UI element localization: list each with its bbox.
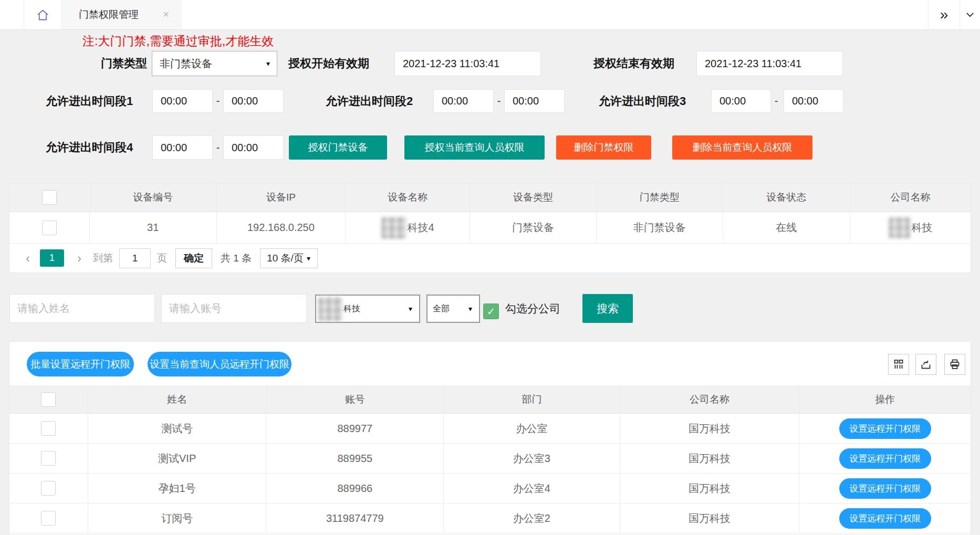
name-search-input[interactable] [9,294,155,323]
account-search-input[interactable] [161,294,307,323]
auth-start-input[interactable] [394,51,541,76]
cell-dept: 办公室4 [444,474,620,503]
tab-label: 门禁权限管理 [79,8,139,22]
redaction-blur [889,217,911,238]
col-device-type: 设备类型 [470,183,597,212]
total-count-label: 共 1 条 [221,251,252,265]
access-type-label: 门禁类型 [89,51,147,76]
col-device-name: 设备名称 [346,183,470,212]
select-all-checkbox[interactable] [42,190,57,205]
home-tab[interactable] [24,0,62,29]
col-access-type: 门禁类型 [597,183,723,212]
col-action: 操作 [799,385,971,413]
header-checkbox-cell [9,385,88,413]
header-checkbox-cell [9,183,90,212]
col-device-ip: 设备IP [217,183,346,212]
cell-dept: 办公室 [444,414,620,443]
company-name-visible: 科技 [912,221,933,235]
filter-columns-button[interactable] [888,354,909,375]
top-tab-bar: 门禁权限管理 × » [0,0,980,30]
cell-access-type: 非门禁设备 [597,212,723,243]
people-row: 孕妇1号 889966 办公室4 国万科技 设置远程开门权限 [9,474,971,503]
goto-page-input[interactable] [119,248,151,268]
cell-account: 3119874779 [266,503,444,533]
authorize-device-button[interactable]: 授权门禁设备 [289,135,387,160]
col-device-id: 设备编号 [90,183,217,212]
row-checkbox[interactable] [41,511,56,526]
period3-to-input[interactable] [784,89,843,113]
caret-down-icon: ▾ [266,59,270,68]
set-remote-open-button[interactable]: 设置远程开门权限 [839,508,931,529]
export-button[interactable] [915,354,936,375]
cell-device-status: 在线 [723,212,851,243]
scope-select[interactable]: 全部 ▾ [426,295,480,323]
print-button[interactable] [944,354,965,375]
period2-from-input[interactable] [433,89,494,113]
delete-current-person-button[interactable]: 删除当前查询人员权限 [672,135,812,160]
period4-from-input[interactable] [152,135,213,160]
range-dash: - [214,135,222,160]
period2-label: 允许进出时间段2 [326,89,413,113]
period4-label: 允许进出时间段4 [46,135,133,160]
cell-action: 设置远程开门权限 [799,474,971,503]
col-name: 姓名 [88,385,267,413]
period4-to-input[interactable] [223,135,284,160]
delete-access-permission-button[interactable]: 删除门禁权限 [556,135,651,160]
people-table-header-row: 姓名 账号 部门 公司名称 操作 [9,385,971,414]
branch-company-checkbox[interactable]: ✓ [483,303,499,319]
period2-to-input[interactable] [504,89,565,113]
tab-access-permission[interactable]: 门禁权限管理 × [62,0,181,29]
caret-down-icon: ▾ [468,305,472,313]
col-account: 账号 [266,385,444,413]
set-remote-open-button[interactable]: 设置远程开门权限 [839,448,931,469]
access-type-select[interactable]: 非门禁设备 ▾ [152,51,277,76]
period3-label: 允许进出时间段3 [599,89,686,113]
col-device-status: 设备状态 [723,183,851,212]
next-page-icon[interactable]: › [77,252,81,265]
chevron-down-icon [965,9,975,20]
goto-label: 到第 [93,251,113,265]
range-dash: - [495,89,503,113]
cell-company-name: 科技 [850,212,971,243]
cell-name: 测试号 [88,414,267,443]
cell-account: 889955 [266,444,444,473]
cell-account: 889966 [266,474,444,503]
row-checkbox-cell [9,474,88,503]
range-dash: - [214,89,222,113]
cell-dept: 办公室3 [444,444,620,473]
cell-action: 设置远程开门权限 [799,503,971,533]
set-remote-open-button[interactable]: 设置远程开门权限 [839,418,931,439]
search-button[interactable]: 搜索 [582,294,633,323]
select-all-checkbox[interactable] [41,392,56,407]
prev-page-icon[interactable]: ‹ [26,252,30,265]
row-checkbox[interactable] [41,481,56,496]
current-page-button[interactable]: 1 [40,249,64,267]
pagination: ‹ 1 › 到第 页 确定 共 1 条 10 条/页 ▾ [9,244,971,272]
auth-end-input[interactable] [696,51,843,76]
caret-down-icon: ▾ [409,305,412,313]
people-panel: 批量设置远程开门权限 设置当前查询人员远程开门权限 [9,341,971,535]
row-checkbox[interactable] [42,221,57,235]
device-table-panel: 设备编号 设备IP 设备名称 设备类型 门禁类型 设备状态 公司名称 31 19… [9,183,971,273]
set-remote-open-button[interactable]: 设置远程开门权限 [839,478,931,499]
period1-to-input[interactable] [223,89,284,113]
home-icon [36,8,50,22]
period1-from-input[interactable] [152,89,213,113]
batch-remote-open-button[interactable]: 批量设置远程开门权限 [27,352,134,376]
period3-from-input[interactable] [711,89,771,113]
device-name-visible: 科技4 [408,221,434,235]
company-select[interactable]: 科技 ▾ [315,295,420,323]
close-icon[interactable]: × [163,9,169,19]
current-query-remote-open-button[interactable]: 设置当前查询人员远程开门权限 [148,352,291,376]
cell-company: 国万科技 [620,414,800,443]
collapse-tabs-button[interactable]: » [928,0,960,29]
tab-menu-button[interactable] [960,0,980,29]
authorize-current-person-button[interactable]: 授权当前查询人员权限 [404,135,545,160]
branch-company-label: 勾选分公司 [505,294,560,323]
page-size-value: 10 条/页 [267,251,304,265]
goto-confirm-button[interactable]: 确定 [175,248,212,268]
row-checkbox[interactable] [41,451,56,466]
row-checkbox[interactable] [41,421,56,436]
page-size-select[interactable]: 10 条/页 ▾ [260,248,318,268]
cell-company: 国万科技 [620,474,800,503]
